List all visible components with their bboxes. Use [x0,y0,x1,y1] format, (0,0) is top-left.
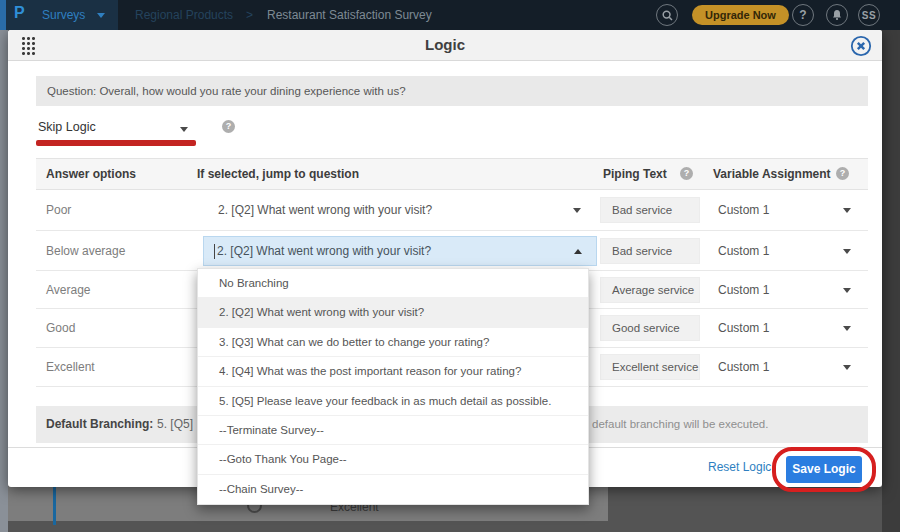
dropdown-option[interactable]: --Goto Thank You Page-- [198,445,588,474]
bell-icon [831,9,843,21]
chevron-down-icon [843,365,851,370]
piping-text-input[interactable]: Good service [600,315,700,341]
variable-assignment-select[interactable]: Custom 1 [718,244,769,258]
default-branching-label: Default Branching: [46,417,153,431]
avatar[interactable]: SS [858,4,880,26]
modal-header: Logic [8,30,882,61]
chevron-down-icon [97,13,105,18]
close-button[interactable] [850,35,872,57]
answer-option-label: Average [46,283,90,297]
variable-assignment-select[interactable]: Custom 1 [718,203,769,217]
search-icon [662,10,673,21]
column-header-variable: Variable Assignment [713,167,831,181]
breadcrumb-separator: > [246,8,253,22]
chevron-down-icon [843,326,851,331]
combobox-value: 2. [Q2] What went wrong with your visit? [217,244,431,258]
dropdown-option[interactable]: 3. [Q3] What can we do better to change … [198,328,588,357]
question-accent-bar [53,487,56,525]
reset-logic-link[interactable]: Reset Logic [708,460,771,474]
upgrade-now-button[interactable]: Upgrade Now [692,5,789,25]
default-branching-value[interactable]: 5. [Q5] [157,417,193,431]
variable-assignment-select[interactable]: Custom 1 [718,321,769,335]
dimmed-page-left [0,30,8,532]
modal-title: Logic [8,30,882,60]
annotation-red-underline [36,140,196,146]
jump-question-dropdown-panel: No Branching 2. [Q2] What went wrong wit… [197,268,589,505]
logic-modal: Logic Question: Overall, how would you r… [8,30,882,487]
surveys-menu[interactable]: Surveys [42,8,85,22]
logic-type-help-icon[interactable] [222,120,235,133]
logic-type-select[interactable]: Skip Logic [38,120,96,134]
jump-question-select[interactable]: 2. [Q2] What went wrong with your visit? [218,203,432,217]
piping-help-icon[interactable] [680,167,693,180]
answer-option-label: Below average [46,244,125,258]
dropdown-option[interactable]: No Branching [198,269,588,298]
table-header-row: Answer options If selected, jump to ques… [36,158,868,190]
default-branching-note: default branching will be executed. [592,418,768,430]
piping-text-input[interactable]: Bad service [600,238,700,264]
jump-question-combobox-open[interactable]: 2. [Q2] What went wrong with your visit? [203,236,597,266]
dropdown-option[interactable]: --Terminate Survey-- [198,416,588,445]
variable-assignment-select[interactable]: Custom 1 [718,283,769,297]
screen: P Surveys Regional Products > Restaurant… [0,0,900,532]
answer-option-label: Good [46,321,75,335]
piping-text-input[interactable]: Average service [600,277,700,303]
close-icon [850,35,872,57]
variable-assignment-select[interactable]: Custom 1 [718,360,769,374]
piping-text-input[interactable]: Excellent service [600,354,700,380]
chevron-down-icon [843,208,851,213]
dimmed-page-right [882,30,900,532]
breadcrumb-current: Restaurant Satisfaction Survey [267,8,432,22]
answer-option-label: Excellent [46,360,95,374]
table-row: Below average 2. [Q2] What went wrong wi… [36,231,868,271]
text-cursor [214,244,215,259]
sidebar-edge-accent [0,0,6,30]
dropdown-option-selected[interactable]: 2. [Q2] What went wrong with your visit? [198,298,588,327]
dropdown-option[interactable]: 5. [Q5] Please leave your feedback in as… [198,387,588,416]
avatar-initials: SS [862,10,876,21]
dropdown-option[interactable]: 4. [Q4] What was the post important reas… [198,357,588,386]
search-button[interactable] [656,4,678,26]
chevron-down-icon [180,127,188,132]
chevron-down-icon [843,288,851,293]
column-header-answer: Answer options [46,167,136,181]
piping-text-input[interactable]: Bad service [600,197,700,223]
chevron-down-icon [843,249,851,254]
column-header-jump: If selected, jump to question [197,167,359,181]
table-row: Poor 2. [Q2] What went wrong with your v… [36,190,868,231]
app-logo[interactable]: P [14,4,25,22]
notifications-button[interactable] [826,4,848,26]
variable-help-icon[interactable] [836,167,849,180]
column-header-piping: Piping Text [603,167,667,181]
help-button[interactable] [792,4,814,26]
annotation-red-box [772,447,876,492]
breadcrumb-parent[interactable]: Regional Products [135,8,233,22]
dropdown-option[interactable]: --Chain Survey-- [198,475,588,504]
top-navigation-bar: P Surveys Regional Products > Restaurant… [0,0,900,30]
chevron-down-icon [573,208,581,213]
chevron-up-icon [574,249,582,254]
question-context-bar: Question: Overall, how would you rate yo… [36,76,868,106]
answer-option-label: Poor [46,203,71,217]
